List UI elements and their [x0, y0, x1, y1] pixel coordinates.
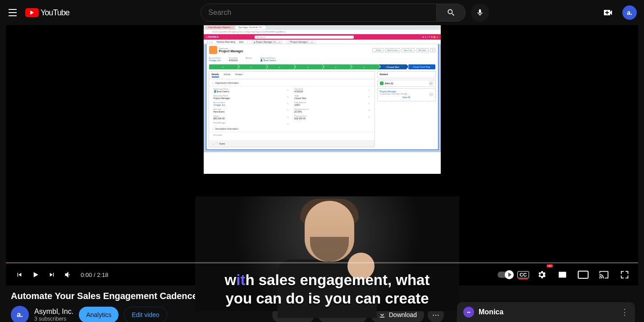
menu-icon[interactable]: [7, 7, 18, 18]
opportunity-icon: [209, 46, 217, 54]
next-button[interactable]: [44, 267, 60, 283]
logo-text: YouTube: [41, 8, 69, 18]
svg-rect-0: [578, 271, 588, 278]
create-button[interactable]: [603, 7, 613, 18]
time-display: 0:00 / 2:18: [81, 272, 108, 278]
youtube-logo[interactable]: YouTube: [25, 8, 69, 18]
salesforce-screenshot: Project Manager | Opportun... Opp Trigge…: [204, 25, 441, 174]
sf-workspace-tab: ✎ *Project Manager | ... ▾ ×: [286, 40, 316, 44]
tab-activity: Activity: [224, 73, 231, 77]
cast-button[interactable]: [596, 267, 612, 283]
volume-button[interactable]: [60, 267, 76, 283]
miniplayer-button[interactable]: [554, 267, 571, 283]
presenter-video: with sales engagement, what you can do i…: [195, 196, 459, 311]
play-logo-icon: [25, 8, 39, 17]
edit-video-button[interactable]: Edit video: [124, 307, 167, 322]
sf-workspace-tab: ◆ Project Manager | O... ▾ ×: [252, 40, 283, 44]
hd-badge: HD: [547, 264, 553, 268]
previous-button[interactable]: [11, 267, 27, 283]
monica-title: Monica: [479, 308, 503, 316]
sf-nav-item: Jobs: [239, 41, 244, 43]
sf-app-name: Pacifica Recruiting: [217, 41, 235, 43]
subscriber-count: 3 subscribers: [34, 316, 73, 322]
analytics-button[interactable]: Analytics: [79, 307, 119, 322]
create-icon: [603, 7, 613, 18]
browser-tab: Opp Trigger: Closed Job - Fl...: [236, 26, 265, 29]
sf-search: 🔍 Search...: [255, 36, 354, 39]
theater-button[interactable]: [575, 267, 591, 283]
account-avatar[interactable]: a.: [622, 5, 637, 20]
browser-tab: Project Manager | Opportun...: [206, 26, 235, 29]
download-icon: [378, 311, 386, 319]
monica-icon: ••: [463, 307, 474, 317]
url-bar: bowerssasymbldemo04.lightning.force.com/…: [204, 30, 441, 34]
app-brand: ▸ PACIFICA: [206, 36, 219, 38]
search-icon: [447, 8, 456, 17]
channel-name[interactable]: Asymbl, Inc.: [34, 308, 73, 316]
more-actions: ▾: [430, 48, 435, 52]
settings-button[interactable]: HD: [534, 267, 550, 283]
sf-header-icons: ★ ▾ ⌂ ? ⚙ 🔔 ●: [422, 36, 438, 38]
search-button[interactable]: [437, 4, 466, 22]
monica-panel[interactable]: •• Monica ⋮: [457, 302, 635, 322]
record-title: Project Manager: [219, 50, 243, 53]
follow-button: + Follow: [372, 48, 384, 52]
video-player[interactable]: Project Manager | Opportun... Opp Trigge…: [6, 25, 638, 286]
captions-button[interactable]: CC: [517, 271, 529, 278]
progress-bar[interactable]: [6, 262, 638, 263]
autoplay-toggle[interactable]: [498, 272, 513, 278]
channel-avatar[interactable]: a.: [11, 306, 29, 322]
monica-more-button[interactable]: ⋮: [621, 307, 629, 317]
stage-closed-won: ✓ Closed Won: [378, 64, 406, 69]
change-stage-button: Change Closed Stage: [408, 64, 435, 69]
tab-details: Details: [212, 73, 219, 77]
search-input[interactable]: [201, 4, 437, 22]
voice-search-button[interactable]: [471, 4, 489, 22]
new-case-button: New Case: [402, 48, 414, 52]
tab-chatter: Chatter: [235, 73, 242, 77]
new-contract-button: New Contract: [385, 48, 400, 52]
new-note-button: New Note: [416, 48, 429, 52]
mic-icon: [476, 9, 484, 17]
fullscreen-button[interactable]: [617, 267, 633, 283]
play-button[interactable]: [27, 267, 44, 283]
